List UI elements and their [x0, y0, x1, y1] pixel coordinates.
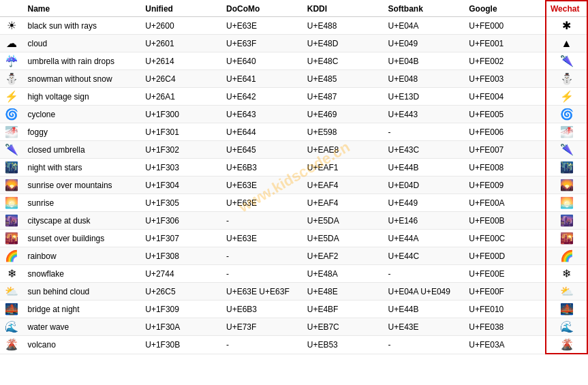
emoji-name: foggy [24, 123, 142, 141]
softbank-code: U+E04A U+E049 [384, 283, 465, 301]
wechat-icon: 🌀 [546, 106, 587, 123]
col-softbank: Softbank [384, 1, 465, 17]
table-row: 🌄 sunrise over mountains U+1F304 U+E63E … [0, 176, 587, 194]
wechat-icon: 🌇 [546, 230, 587, 247]
table-row: ☔ umbrella with rain drops U+2614 U+E640… [0, 52, 587, 70]
softbank-code: U+E44A [384, 230, 465, 247]
table-row: ⚡ high voltage sign U+26A1 U+E642 U+E487… [0, 88, 587, 106]
softbank-code: - [384, 265, 465, 283]
wechat-icon: ✱ [546, 17, 587, 35]
kddi-code: U+EB7C [303, 318, 384, 336]
emoji-name: sunrise [24, 194, 142, 212]
google-code: U+FE00C [465, 230, 546, 247]
softbank-code: U+E04D [384, 176, 465, 194]
emoji-name: volcano [24, 336, 142, 354]
google-code: U+FE006 [465, 123, 546, 141]
table-row: 🌂 closed umbrella U+1F302 U+E645 U+EAE8 … [0, 141, 587, 159]
emoji-icon: 🌀 [0, 106, 24, 123]
softbank-code: U+E13D [384, 88, 465, 106]
softbank-code: U+E43C [384, 141, 465, 159]
kddi-code: U+E5DA [303, 230, 384, 247]
unified-code: U+1F301 [141, 123, 222, 141]
wechat-icon: 🌊 [546, 318, 587, 336]
kddi-code: U+EAF4 [303, 176, 384, 194]
docomo-code: U+E640 [222, 52, 303, 70]
docomo-code: U+E63E [222, 230, 303, 247]
google-code: U+FE003 [465, 70, 546, 88]
google-code: U+FE00B [465, 212, 546, 230]
softbank-code: U+E04A [384, 17, 465, 35]
table-container: Name Unified DoCoMo KDDI Softbank Google… [0, 0, 588, 354]
google-code: U+FE03A [465, 336, 546, 354]
emoji-icon: 🌊 [0, 318, 24, 336]
col-icon [0, 1, 24, 17]
docomo-code: U+E63E [222, 194, 303, 212]
emoji-icon: ❄ [0, 265, 24, 283]
emoji-name: cityscape at dusk [24, 212, 142, 230]
emoji-icon: 🌈 [0, 247, 24, 265]
table-row: 🌆 cityscape at dusk U+1F306 - U+E5DA U+E… [0, 212, 587, 230]
col-kddi: KDDI [303, 1, 384, 17]
softbank-code: U+E44C [384, 247, 465, 265]
emoji-icon: 🌂 [0, 141, 24, 159]
emoji-name: rainbow [24, 247, 142, 265]
unified-code: U+26C4 [141, 70, 222, 88]
softbank-code: U+E443 [384, 106, 465, 123]
softbank-code: - [384, 123, 465, 141]
emoji-icon: 🌇 [0, 230, 24, 247]
unified-code: U+1F30B [141, 336, 222, 354]
docomo-code: U+E63E U+E63F [222, 283, 303, 301]
table-row: 🌁 foggy U+1F301 U+E644 U+E598 - U+FE006 … [0, 123, 587, 141]
emoji-name: cloud [24, 35, 142, 52]
kddi-code: U+E488 [303, 17, 384, 35]
emoji-icon: 🌁 [0, 123, 24, 141]
google-code: U+FE009 [465, 176, 546, 194]
softbank-code: U+E048 [384, 70, 465, 88]
emoji-name: cyclone [24, 106, 142, 123]
table-row: 🌃 night with stars U+1F303 U+E6B3 U+EAF1… [0, 159, 587, 176]
docomo-code: U+E6B3 [222, 301, 303, 318]
google-code: U+FE00E [465, 265, 546, 283]
emoji-name: closed umbrella [24, 141, 142, 159]
kddi-code: U+E48A [303, 265, 384, 283]
google-code: U+FE00F [465, 283, 546, 301]
wechat-icon: 🌆 [546, 212, 587, 230]
kddi-code: U+E469 [303, 106, 384, 123]
wechat-icon: 🌂 [546, 52, 587, 70]
emoji-name: sunset over buildings [24, 230, 142, 247]
emoji-icon: ⚡ [0, 88, 24, 106]
emoji-name: bridge at night [24, 301, 142, 318]
softbank-code: U+E449 [384, 194, 465, 212]
google-code: U+FE002 [465, 52, 546, 70]
unified-code: U+1F309 [141, 301, 222, 318]
table-row: 🌇 sunset over buildings U+1F307 U+E63E U… [0, 230, 587, 247]
col-unified: Unified [141, 1, 222, 17]
table-row: 🌊 water wave U+1F30A U+E73F U+EB7C U+E43… [0, 318, 587, 336]
kddi-code: U+E48C [303, 52, 384, 70]
emoji-icon: 🌃 [0, 159, 24, 176]
emoji-icon: ☁ [0, 35, 24, 52]
emoji-name: sunrise over mountains [24, 176, 142, 194]
emoji-name: night with stars [24, 159, 142, 176]
emoji-name: sun behind cloud [24, 283, 142, 301]
unified-code: U+1F30A [141, 318, 222, 336]
docomo-code: U+E644 [222, 123, 303, 141]
google-code: U+FE001 [465, 35, 546, 52]
emoji-icon: 🌉 [0, 301, 24, 318]
google-code: U+FE008 [465, 159, 546, 176]
emoji-icon: ☔ [0, 52, 24, 70]
kddi-code: U+EB53 [303, 336, 384, 354]
table-row: ⛅ sun behind cloud U+26C5 U+E63E U+E63F … [0, 283, 587, 301]
emoji-icon: 🌆 [0, 212, 24, 230]
google-code: U+FE005 [465, 106, 546, 123]
unified-code: U+26A1 [141, 88, 222, 106]
kddi-code: U+E485 [303, 70, 384, 88]
unified-code: U+2614 [141, 52, 222, 70]
table-row: 🌉 bridge at night U+1F309 U+E6B3 U+E4BF … [0, 301, 587, 318]
unified-code: U+1F307 [141, 230, 222, 247]
docomo-code: U+E645 [222, 141, 303, 159]
wechat-icon: 🌉 [546, 301, 587, 318]
kddi-code: U+EAF1 [303, 159, 384, 176]
wechat-icon: ❄ [546, 265, 587, 283]
unified-code: U+1F308 [141, 247, 222, 265]
